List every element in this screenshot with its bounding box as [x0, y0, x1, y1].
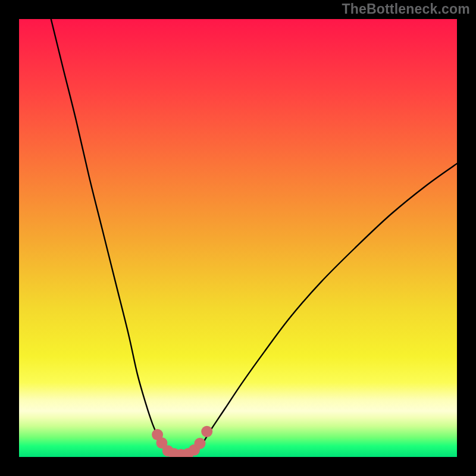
- valley-markers: [152, 426, 212, 457]
- chart-stage: { "watermark": "TheBottleneck.com", "col…: [0, 0, 476, 476]
- left-curve-path: [51, 19, 171, 453]
- valley-marker: [194, 438, 205, 449]
- watermark-text: TheBottleneck.com: [342, 1, 470, 17]
- plot-area: [19, 19, 457, 457]
- curve-layer: [19, 19, 457, 457]
- right-curve-path: [192, 164, 457, 453]
- valley-marker: [201, 426, 212, 437]
